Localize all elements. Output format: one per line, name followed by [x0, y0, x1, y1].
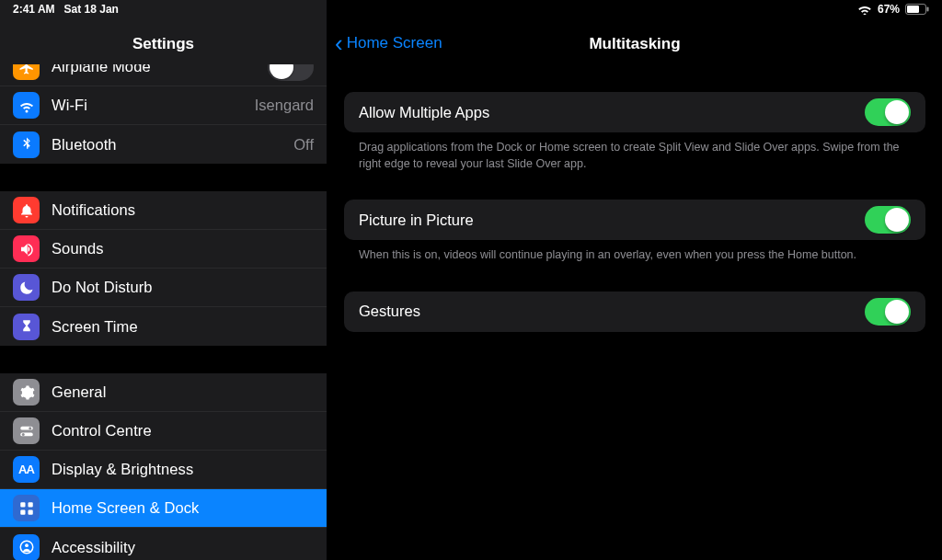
moon-icon — [13, 274, 40, 301]
grid-icon — [13, 495, 40, 521]
svg-rect-8 — [28, 502, 32, 507]
setting-row-pip: Picture in Picture — [344, 200, 925, 240]
status-battery-pct: 67% — [878, 3, 900, 16]
wifi-icon — [13, 92, 40, 119]
detail-title: Multitasking — [589, 35, 680, 53]
wifi-icon — [857, 4, 872, 15]
status-date: Sat 18 Jan — [64, 3, 119, 16]
svg-rect-1 — [907, 6, 919, 13]
person-icon — [13, 534, 40, 561]
svg-rect-7 — [20, 502, 25, 507]
sidebar-item-airplane[interactable]: Airplane Mode — [0, 64, 327, 86]
back-button[interactable]: ‹ Home Screen — [335, 31, 442, 55]
toggle-gestures[interactable] — [865, 298, 911, 326]
setting-row-allow_multiple: Allow Multiple Apps — [344, 92, 925, 132]
sidebar-item-label: Sounds — [52, 240, 314, 257]
svg-point-4 — [29, 427, 31, 429]
chevron-left-icon: ‹ — [335, 31, 343, 55]
svg-rect-2 — [927, 7, 929, 12]
status-time: 2:41 AM — [13, 3, 55, 16]
svg-rect-10 — [28, 509, 32, 514]
sidebar-item-label: Do Not Disturb — [52, 279, 314, 296]
svg-point-6 — [21, 432, 24, 435]
sidebar-item-label: Display & Brightness — [52, 461, 314, 478]
toggle-pip[interactable] — [865, 206, 911, 234]
speaker-icon — [13, 235, 40, 262]
sidebar-item-label: Airplane Mode — [52, 64, 268, 75]
setting-label: Picture in Picture — [359, 211, 865, 229]
setting-label: Allow Multiple Apps — [359, 104, 865, 121]
bluetooth-icon — [13, 131, 40, 158]
back-label: Home Screen — [347, 34, 442, 52]
status-bar: 2:41 AM Sat 18 Jan 67% — [0, 0, 942, 18]
sidebar-item-label: Screen Time — [52, 318, 314, 336]
sidebar-item-dnd[interactable]: Do Not Disturb — [0, 269, 327, 307]
toggle-allow_multiple[interactable] — [865, 98, 911, 126]
setting-row-gestures: Gestures — [344, 291, 925, 332]
sidebar-item-display[interactable]: AADisplay & Brightness — [0, 451, 327, 489]
settings-sidebar: Settings Airplane ModeWi-FiIsengardBluet… — [0, 0, 327, 560]
sidebar-item-accessibility[interactable]: Accessibility — [0, 528, 327, 560]
battery-icon — [905, 4, 929, 15]
sidebar-item-screentime[interactable]: Screen Time — [0, 307, 327, 346]
sidebar-item-general[interactable]: General — [0, 373, 327, 412]
sidebar-item-homescreen[interactable]: Home Screen & Dock — [0, 489, 327, 528]
aa-icon: AA — [13, 456, 40, 483]
switches-icon — [13, 417, 40, 444]
sidebar-item-label: Control Centre — [52, 422, 314, 440]
bell-icon — [13, 197, 40, 223]
setting-footer: Drag applications from the Dock or Home … — [344, 132, 925, 172]
sidebar-item-label: Notifications — [52, 201, 314, 219]
sidebar-item-label: Wi-Fi — [52, 97, 255, 114]
sidebar-item-controlcentre[interactable]: Control Centre — [0, 412, 327, 451]
sidebar-item-value: Off — [293, 136, 314, 154]
svg-rect-9 — [20, 509, 25, 514]
setting-footer: When this is on, videos will continue pl… — [344, 240, 925, 264]
airplane-toggle[interactable] — [268, 64, 314, 81]
sidebar-item-label: Bluetooth — [52, 136, 293, 154]
sidebar-item-bluetooth[interactable]: BluetoothOff — [0, 125, 327, 164]
sidebar-title: Settings — [132, 35, 194, 53]
sidebar-item-sounds[interactable]: Sounds — [0, 230, 327, 269]
sidebar-item-notifications[interactable]: Notifications — [0, 191, 327, 230]
hourglass-icon — [13, 314, 40, 340]
setting-label: Gestures — [359, 303, 865, 320]
sidebar-item-wifi[interactable]: Wi-FiIsengard — [0, 86, 327, 125]
svg-point-12 — [25, 543, 29, 547]
gear-icon — [13, 379, 40, 406]
airplane-icon — [13, 64, 40, 80]
sidebar-scroll[interactable]: Airplane ModeWi-FiIsengardBluetoothOffNo… — [0, 64, 327, 560]
detail-panel: ‹ Home Screen Multitasking Allow Multipl… — [327, 0, 942, 560]
sidebar-item-label: Accessibility — [52, 539, 314, 556]
sidebar-item-label: General — [52, 383, 314, 401]
sidebar-item-value: Isengard — [255, 97, 314, 114]
sidebar-item-label: Home Screen & Dock — [52, 499, 314, 517]
